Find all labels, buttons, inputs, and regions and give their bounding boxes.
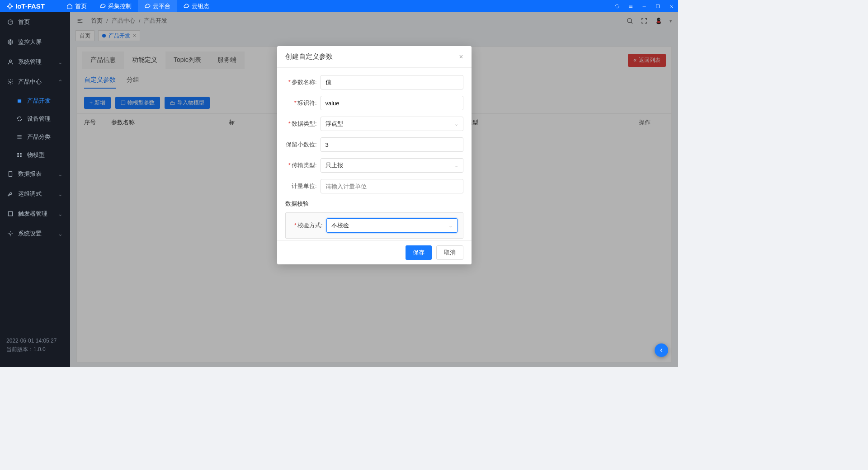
nav-home[interactable]: 首页 (60, 0, 93, 12)
sidebar-item-ops[interactable]: 运维调式 ⌄ (0, 184, 70, 204)
select-validation[interactable]: 不校验 ⌄ (326, 218, 458, 233)
nav-cloud-platform[interactable]: 云平台 (138, 0, 177, 12)
svg-point-4 (9, 8, 11, 9)
sidebar-item-trigger[interactable]: 触发器管理 ⌄ (0, 204, 70, 224)
label-identifier: *标识符: (285, 99, 321, 107)
refresh-icon (614, 4, 620, 9)
chevron-down-icon: ⌄ (58, 230, 63, 237)
sidebar-sub-label: 设备管理 (27, 115, 51, 123)
brand-logo: IoT-FAST (0, 2, 51, 10)
cloud-icon (144, 3, 151, 9)
chevron-down-icon: ⌄ (58, 211, 63, 217)
validation-section-label: 数据校验 (285, 200, 463, 208)
file-icon (7, 171, 14, 177)
cancel-button[interactable]: 取消 (436, 245, 463, 260)
list-icon (16, 134, 23, 140)
menu-icon (628, 4, 633, 9)
sidebar-sub-label: 产品分类 (27, 133, 51, 141)
gear-icon (7, 79, 14, 85)
gear-icon (7, 230, 14, 237)
svg-point-1 (9, 3, 11, 5)
chevron-down-icon: ⌄ (58, 59, 63, 66)
refresh-button[interactable] (610, 0, 624, 12)
cloud-sync-icon (99, 3, 106, 9)
sidebar-footer: 2022-06-01 14:05:27 当前版本：1.0.0 (0, 336, 70, 367)
svg-point-9 (9, 81, 11, 83)
sidebar-item-product-center[interactable]: 产品中心 ⌃ (0, 72, 70, 92)
label-param-name: *参数名称: (285, 78, 321, 86)
svg-point-2 (12, 5, 13, 7)
sidebar-sub-device-manage[interactable]: 设备管理 (0, 110, 70, 128)
top-nav: 首页 采集控制 云平台 云组态 (60, 0, 216, 12)
globe-icon (7, 39, 14, 45)
svg-rect-5 (656, 5, 660, 8)
svg-point-8 (9, 60, 12, 62)
validation-box: *校验方式: 不校验 ⌄ (285, 212, 463, 239)
sidebar-sub-label: 物模型 (27, 151, 45, 159)
nav-collect[interactable]: 采集控制 (93, 0, 138, 12)
chevron-down-icon: ⌄ (454, 163, 458, 169)
sidebar-item-sysmanage[interactable]: 系统管理 ⌄ (0, 52, 70, 72)
sidebar-label: 系统管理 (18, 58, 42, 66)
brand-icon (6, 3, 14, 10)
svg-point-17 (9, 233, 11, 235)
svg-rect-11 (17, 153, 19, 155)
svg-rect-10 (18, 99, 21, 103)
chevron-down-icon: ⌄ (58, 171, 63, 178)
version-label: 当前版本：1.0.0 (6, 346, 64, 353)
input-unit[interactable] (321, 179, 463, 193)
sidebar-item-monitor[interactable]: 监控大屏 (0, 32, 70, 52)
maximize-button[interactable] (651, 0, 665, 12)
svg-rect-15 (9, 172, 12, 177)
sidebar-label: 首页 (18, 18, 30, 26)
titlebar: IoT-FAST 首页 采集控制 云平台 云组态 (0, 0, 678, 12)
refresh-small-icon (16, 116, 23, 122)
minimize-button[interactable] (637, 0, 651, 12)
box-icon (16, 98, 23, 104)
tool-icon (7, 191, 14, 197)
sidebar-label: 系统设置 (18, 230, 42, 238)
fab-back-button[interactable] (655, 343, 668, 357)
timestamp-label: 2022-06-01 14:05:27 (6, 338, 64, 344)
label-validation: *校验方式: (291, 221, 326, 230)
sidebar-item-settings[interactable]: 系统设置 ⌄ (0, 224, 70, 244)
sidebar-label: 触发器管理 (18, 210, 47, 218)
modal-title: 创建自定义参数 (285, 52, 333, 61)
label-unit: 计量单位: (285, 182, 321, 190)
cloud-config-icon (183, 3, 189, 9)
minimize-icon (642, 4, 647, 9)
select-transfer-type[interactable]: 只上报 ⌄ (321, 158, 463, 173)
menu-button[interactable] (624, 0, 637, 12)
save-button[interactable]: 保存 (406, 245, 432, 260)
input-decimals[interactable] (321, 137, 463, 152)
sidebar-item-home[interactable]: 首页 (0, 12, 70, 32)
sidebar-sub-product-dev[interactable]: 产品开发 (0, 92, 70, 110)
sidebar-label: 运维调式 (18, 190, 42, 198)
grid-icon (16, 152, 23, 158)
modal-close-button[interactable]: × (459, 53, 463, 61)
sidebar: 首页 监控大屏 系统管理 ⌄ 产品中心 ⌃ 产品开发 设备管理 产品分类 (0, 12, 70, 367)
label-transfer-type: *传输类型: (285, 161, 321, 169)
close-button[interactable] (665, 0, 678, 12)
input-identifier[interactable] (321, 96, 463, 110)
nav-cloud-config[interactable]: 云组态 (177, 0, 216, 12)
svg-point-0 (9, 5, 12, 8)
sidebar-sub-thing-model[interactable]: 物模型 (0, 146, 70, 164)
sidebar-sub-product-category[interactable]: 产品分类 (0, 128, 70, 146)
brand-text: IoT-FAST (15, 2, 45, 10)
arrow-left-icon (658, 347, 665, 353)
chevron-up-icon: ⌃ (58, 79, 63, 85)
sidebar-item-reports[interactable]: 数据报表 ⌄ (0, 164, 70, 184)
chevron-down-icon: ⌄ (58, 191, 63, 197)
sidebar-sub-label: 产品开发 (27, 97, 51, 105)
svg-point-3 (7, 5, 8, 7)
chevron-down-icon: ⌄ (448, 223, 453, 229)
label-decimals: 保留小数位: (285, 141, 321, 149)
sidebar-label: 数据报表 (18, 170, 42, 178)
input-param-name[interactable] (321, 75, 463, 89)
dashboard-icon (7, 19, 14, 25)
close-icon (669, 4, 674, 9)
create-param-modal: 创建自定义参数 × *参数名称: *标识符: *数据类型: 浮点型 ⌄ (277, 46, 472, 264)
select-data-type[interactable]: 浮点型 ⌄ (321, 117, 463, 131)
svg-rect-13 (17, 155, 19, 157)
